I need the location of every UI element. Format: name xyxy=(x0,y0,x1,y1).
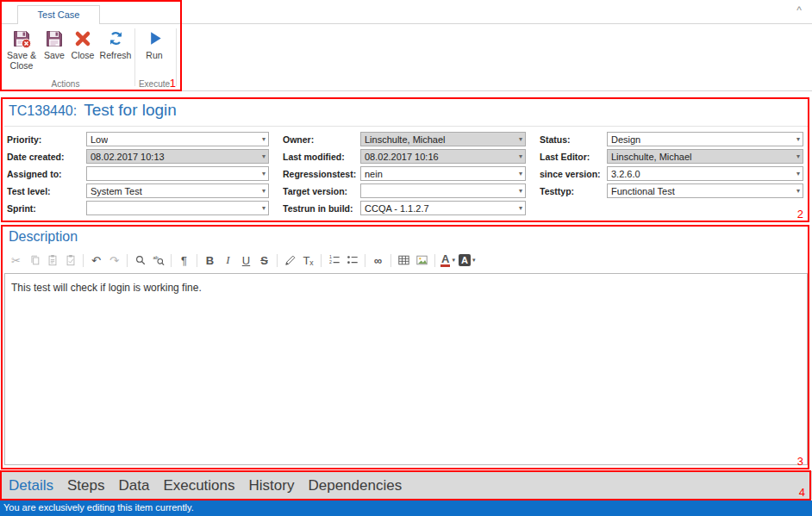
chevron-down-icon[interactable]: ▾ xyxy=(262,205,265,212)
tab-dependencies[interactable]: Dependencies xyxy=(308,477,402,494)
chevron-down-icon[interactable]: ▾ xyxy=(519,188,522,195)
format-painter-icon[interactable] xyxy=(283,252,297,269)
last-editor-dropdown[interactable]: Linschulte, Michael▾ xyxy=(607,149,803,164)
regressionstest-dropdown[interactable]: nein▾ xyxy=(360,166,526,181)
sprint-label: Sprint: xyxy=(7,203,86,214)
priority-value: Low xyxy=(91,134,108,145)
target-version-label: Target version: xyxy=(283,186,360,196)
bold-button[interactable]: B xyxy=(203,252,217,269)
refresh-button[interactable]: Refresh xyxy=(98,27,133,60)
toolbar-separator xyxy=(365,254,365,267)
regressionstest-label: Regressionstest: xyxy=(283,169,360,179)
testrun-in-build-label: Testrun in build: xyxy=(283,203,360,214)
sprint-dropdown[interactable]: ▾ xyxy=(86,201,269,215)
close-button[interactable]: Close xyxy=(69,27,97,60)
testrun-in-build-dropdown[interactable]: CCQA - 1.1.2.7▾ xyxy=(360,201,526,215)
svg-text:2: 2 xyxy=(328,259,331,264)
paste-from-word-icon[interactable] xyxy=(63,252,78,269)
chevron-down-icon[interactable]: ▾ xyxy=(796,171,800,177)
font-color-button[interactable]: A▾ xyxy=(440,252,455,269)
chevron-down-icon[interactable]: ▾ xyxy=(796,136,800,143)
status-dropdown[interactable]: Design▾ xyxy=(607,132,803,146)
save-and-close-label: Save & Close xyxy=(3,50,40,71)
toolbar-separator xyxy=(127,254,128,267)
last-modified-value: 08.02.2017 10:16 xyxy=(365,152,439,162)
toolbar-separator xyxy=(434,254,435,267)
testcase-id: TC138440: xyxy=(9,103,77,119)
save-and-close-button[interactable]: Save & Close xyxy=(3,27,40,71)
fill-color-a: A xyxy=(459,254,471,266)
field-grid: Priority: Low▾ Owner: Linschulte, Michae… xyxy=(7,131,803,216)
chevron-down-icon: ▾ xyxy=(452,257,455,264)
close-label: Close xyxy=(72,50,95,60)
chevron-down-icon[interactable]: ▾ xyxy=(262,136,265,143)
status-label: Status: xyxy=(540,134,607,145)
image-icon[interactable] xyxy=(415,252,429,269)
refresh-label: Refresh xyxy=(100,50,132,60)
link-icon[interactable]: ∞ xyxy=(371,252,385,269)
assigned-to-dropdown[interactable]: ▾ xyxy=(86,166,269,181)
status-value: Design xyxy=(611,134,640,145)
toolbar-separator xyxy=(277,254,278,267)
tab-details[interactable]: Details xyxy=(9,477,53,494)
target-version-dropdown[interactable]: ▾ xyxy=(360,183,526,198)
date-created-value: 08.02.2017 10:13 xyxy=(91,152,165,162)
copy-icon[interactable] xyxy=(27,252,41,269)
chevron-down-icon[interactable]: ▾ xyxy=(262,171,265,177)
ribbon: Save & Close Save Close xyxy=(0,23,812,91)
save-button[interactable]: Save xyxy=(41,27,67,60)
since-version-label: since version: xyxy=(540,169,607,179)
fill-color-button[interactable]: A▾ xyxy=(459,252,475,269)
undo-icon[interactable]: ↶ xyxy=(89,252,103,269)
tab-executions[interactable]: Executions xyxy=(163,477,234,494)
priority-dropdown[interactable]: Low▾ xyxy=(86,132,269,146)
date-created-label: Date created: xyxy=(7,152,86,162)
description-editor[interactable]: This test will check if login is working… xyxy=(4,273,808,465)
last-modified-label: Last modified: xyxy=(283,152,360,162)
run-button[interactable]: Run xyxy=(139,27,170,60)
chevron-down-icon[interactable]: ▾ xyxy=(519,205,522,212)
owner-dropdown[interactable]: Linschulte, Michael▾ xyxy=(360,132,526,146)
chevron-down-icon[interactable]: ▾ xyxy=(796,188,800,195)
test-level-dropdown[interactable]: System Test▾ xyxy=(86,183,269,198)
tab-history[interactable]: History xyxy=(249,477,295,494)
toolbar-separator xyxy=(83,254,84,267)
last-editor-value: Linschulte, Michael xyxy=(611,152,692,162)
date-created-field[interactable]: 08.02.2017 10:13▾ xyxy=(86,149,269,164)
testtyp-value: Functional Test xyxy=(611,186,675,196)
ordered-list-icon[interactable]: 12 xyxy=(327,252,341,269)
chevron-down-icon[interactable]: ▾ xyxy=(262,188,265,195)
priority-label: Priority: xyxy=(7,134,86,145)
regressionstest-value: nein xyxy=(365,169,383,179)
ribbon-group-separator xyxy=(134,28,135,86)
run-icon xyxy=(146,27,164,50)
chevron-down-icon[interactable]: ▾ xyxy=(519,136,522,143)
chevron-down-icon[interactable]: ▾ xyxy=(519,171,522,177)
paragraph-icon[interactable]: ¶ xyxy=(177,252,191,269)
underline-button[interactable]: U xyxy=(239,252,253,269)
owner-label: Owner: xyxy=(283,134,360,145)
assigned-to-label: Assigned to: xyxy=(7,169,86,179)
chevron-down-icon[interactable]: ▾ xyxy=(796,153,800,160)
replace-icon[interactable]: ab xyxy=(151,252,166,269)
refresh-icon xyxy=(106,27,126,50)
tab-data[interactable]: Data xyxy=(118,477,149,494)
bullet-list-icon[interactable] xyxy=(345,252,359,269)
last-modified-field[interactable]: 08.02.2017 10:16▾ xyxy=(360,149,526,164)
run-label: Run xyxy=(146,50,162,60)
since-version-dropdown[interactable]: 3.2.6.0▾ xyxy=(607,166,803,181)
collapse-ribbon-icon[interactable]: ^ xyxy=(796,4,802,16)
table-icon[interactable] xyxy=(397,252,411,269)
clear-format-button[interactable]: Tₓ xyxy=(301,252,315,269)
cut-icon[interactable]: ✂ xyxy=(9,252,23,269)
chevron-down-icon: ▾ xyxy=(262,153,265,160)
strikethrough-button[interactable]: S xyxy=(257,252,272,269)
paste-icon[interactable] xyxy=(45,252,59,269)
italic-button[interactable]: I xyxy=(221,252,235,269)
tab-steps[interactable]: Steps xyxy=(67,477,104,494)
toolbar-separator xyxy=(390,254,391,267)
redo-icon[interactable]: ↷ xyxy=(107,252,122,269)
find-icon[interactable] xyxy=(133,252,147,269)
testtyp-dropdown[interactable]: Functional Test▾ xyxy=(607,183,803,198)
tab-test-case[interactable]: Test Case xyxy=(17,5,100,24)
